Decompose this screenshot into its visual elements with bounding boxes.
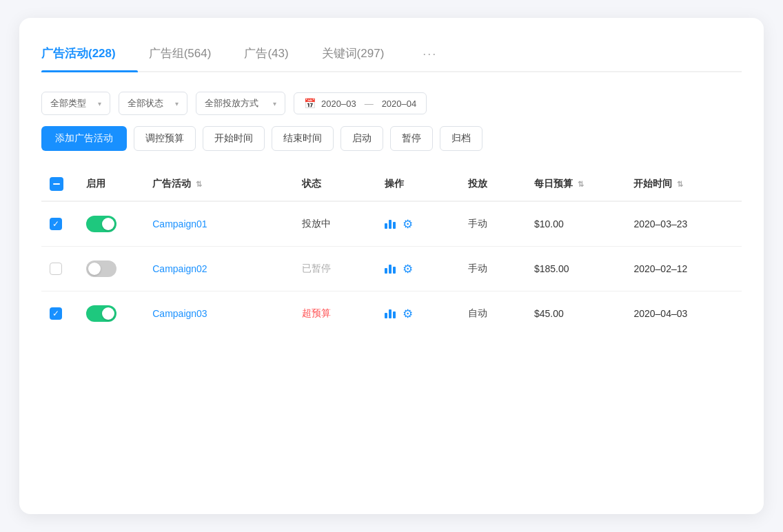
date-to: 2020–04	[382, 99, 417, 109]
row1-actions: ⚙	[376, 201, 459, 247]
row1-campaign: Campaign01	[144, 201, 294, 247]
row1-check: ✓	[41, 201, 78, 247]
row3-action-icons: ⚙	[385, 307, 451, 321]
row3-budget: $45.00	[526, 291, 625, 336]
row3-check: ✓	[41, 291, 78, 336]
row2-status: 已暂停	[294, 247, 376, 291]
col-enable: 启用	[78, 167, 144, 201]
row3-actions: ⚙	[376, 291, 459, 336]
action-toolbar: 添加广告活动 调控预算 开始时间 结束时间 启动 暂停 归档	[41, 126, 742, 151]
row1-status: 投放中	[294, 201, 376, 247]
row2-action-icons: ⚙	[385, 262, 451, 276]
pause-button[interactable]: 暂停	[390, 126, 433, 151]
table-row: ✓ Campaign01 投放中	[41, 201, 742, 247]
row3-settings-icon[interactable]: ⚙	[403, 307, 413, 321]
start-button[interactable]: 启动	[340, 126, 383, 151]
select-all-checkbox[interactable]	[50, 177, 63, 191]
col-check	[41, 167, 78, 201]
row2-settings-icon[interactable]: ⚙	[403, 262, 413, 276]
filter-bar: 全部类型 ▾ 全部状态 ▾ 全部投放方式 ▾ 📅 2020–03 — 2020–…	[41, 92, 742, 115]
row2-actions: ⚙	[376, 247, 459, 291]
row3-chart-icon[interactable]	[385, 309, 396, 318]
tabs-more[interactable]: ···	[423, 47, 437, 61]
date-from: 2020–03	[321, 99, 356, 109]
col-delivery: 投放	[460, 167, 526, 201]
budget-sort-icon: ⇅	[578, 180, 584, 188]
row3-delivery-label: 自动	[468, 307, 487, 318]
row1-checkbox[interactable]: ✓	[50, 218, 62, 230]
row2-checkbox[interactable]	[50, 263, 62, 275]
row2-campaign: Campaign02	[144, 247, 294, 291]
row3-campaign-link[interactable]: Campaign03	[152, 308, 207, 319]
row3-status-label: 超预算	[302, 307, 331, 318]
row2-campaign-link[interactable]: Campaign02	[152, 263, 207, 274]
row2-delivery: 手动	[460, 247, 526, 291]
col-budget[interactable]: 每日预算 ⇅	[526, 167, 625, 201]
tab-keyword[interactable]: 关键词(297)	[322, 37, 407, 71]
row1-budget-value: $10.00	[534, 218, 564, 229]
tab-campaign[interactable]: 广告活动(228)	[41, 37, 138, 71]
delivery-filter[interactable]: 全部投放方式 ▾	[196, 92, 285, 115]
row2-budget: $185.00	[526, 247, 625, 291]
campaigns-table: 启用 广告活动 ⇅ 状态 操作 投放 每日预算 ⇅	[41, 167, 742, 336]
row2-chart-icon[interactable]	[385, 265, 396, 274]
tab-bar: 广告活动(228) 广告组(564) 广告(43) 关键词(297) ···	[41, 37, 742, 72]
row1-start-date: 2020–03–23	[633, 218, 687, 229]
col-status: 状态	[294, 167, 376, 201]
table-row: ✓ Campaign03 超预算	[41, 291, 742, 336]
delivery-filter-arrow: ▾	[273, 100, 276, 108]
row3-checkbox[interactable]: ✓	[50, 307, 62, 320]
col-campaign[interactable]: 广告活动 ⇅	[144, 167, 294, 201]
row3-campaign: Campaign03	[144, 291, 294, 336]
row2-start-time: 2020–02–12	[625, 247, 742, 291]
row3-start-time: 2020–04–03	[625, 291, 742, 336]
row1-action-icons: ⚙	[385, 217, 451, 232]
row1-start-time: 2020–03–23	[625, 201, 742, 247]
type-filter-arrow: ▾	[98, 100, 101, 108]
start-time-sort-icon: ⇅	[677, 180, 683, 188]
row1-settings-icon[interactable]: ⚙	[403, 217, 413, 232]
date-separator: —	[365, 99, 374, 109]
row2-check	[41, 247, 78, 291]
row2-status-label: 已暂停	[302, 263, 331, 274]
row3-toggle	[78, 291, 144, 336]
row3-budget-value: $45.00	[534, 308, 564, 319]
tab-ad[interactable]: 广告(43)	[244, 37, 310, 71]
row2-toggle	[78, 247, 144, 291]
col-start-time[interactable]: 开始时间 ⇅	[625, 167, 742, 201]
row2-toggle-switch[interactable]	[86, 260, 116, 277]
table-row: Campaign02 已暂停 ⚙ 手动	[41, 247, 742, 291]
row3-delivery: 自动	[460, 291, 526, 336]
type-filter[interactable]: 全部类型 ▾	[41, 92, 110, 115]
tab-adgroup[interactable]: 广告组(564)	[149, 37, 234, 71]
budget-button[interactable]: 调控预算	[134, 126, 196, 151]
row1-status-label: 投放中	[302, 218, 331, 229]
row1-toggle-switch[interactable]	[86, 216, 116, 232]
row1-toggle	[78, 201, 144, 247]
delivery-filter-label: 全部投放方式	[205, 97, 258, 110]
row2-delivery-label: 手动	[468, 263, 487, 274]
row1-delivery: 手动	[460, 201, 526, 247]
archive-button[interactable]: 归档	[440, 126, 482, 151]
add-campaign-button[interactable]: 添加广告活动	[41, 126, 127, 151]
status-filter[interactable]: 全部状态 ▾	[119, 92, 187, 115]
row1-campaign-link[interactable]: Campaign01	[152, 218, 207, 229]
row3-start-date: 2020–04–03	[633, 308, 687, 319]
start-time-button[interactable]: 开始时间	[203, 126, 265, 151]
campaign-sort-icon: ⇅	[196, 180, 202, 188]
row1-delivery-label: 手动	[468, 218, 487, 229]
row2-budget-value: $185.00	[534, 263, 569, 274]
status-filter-arrow: ▾	[175, 100, 179, 108]
date-range-picker[interactable]: 📅 2020–03 — 2020–04	[294, 92, 427, 114]
row1-budget: $10.00	[526, 201, 625, 247]
status-filter-label: 全部状态	[128, 97, 163, 110]
end-time-button[interactable]: 结束时间	[272, 126, 334, 151]
row3-status: 超预算	[294, 291, 376, 336]
calendar-icon: 📅	[304, 98, 316, 109]
row2-start-date: 2020–02–12	[633, 263, 687, 274]
type-filter-label: 全部类型	[50, 97, 86, 110]
row1-chart-icon[interactable]	[385, 220, 396, 229]
main-card: 广告活动(228) 广告组(564) 广告(43) 关键词(297) ··· 全…	[19, 18, 764, 514]
row3-toggle-switch[interactable]	[86, 305, 116, 322]
col-actions: 操作	[376, 167, 459, 201]
